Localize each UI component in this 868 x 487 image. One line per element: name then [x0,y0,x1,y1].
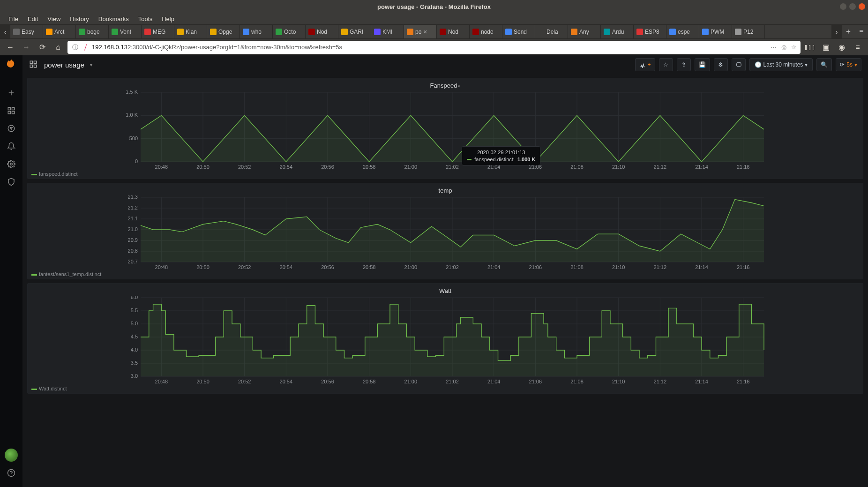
more-icon[interactable]: ⋯ [771,44,777,51]
firefox-menubar: FileEditViewHistoryBookmarksToolsHelp [0,13,868,24]
browser-tab[interactable]: espe [666,25,699,38]
window-maximize-button[interactable] [849,3,856,10]
favicon [13,29,20,35]
browser-tab[interactable]: Nod [306,25,338,38]
home-button[interactable]: ⌂ [52,41,65,54]
browser-tab[interactable]: Ardu [601,25,634,38]
browser-tab[interactable]: Send [502,25,535,38]
favicon [604,29,610,35]
tab-label: Easy [22,29,34,35]
overflow-menu-icon[interactable]: ≡ [851,41,864,54]
browser-tabstrip: ‹ EasyArctbogeVentMEGKlanOpgewhoOctoNodG… [0,24,868,38]
favicon [79,29,85,35]
browser-tab[interactable]: ESP8 [634,25,666,38]
favicon [112,29,118,35]
menu-bookmarks[interactable]: Bookmarks [94,14,134,24]
account-icon[interactable]: ◉ [835,41,848,54]
browser-tab[interactable]: P12 [732,25,765,38]
favicon [407,29,413,35]
tab-label: Nod [448,29,458,35]
tab-label: PWM [711,29,724,35]
browser-tab[interactable]: Vent [109,25,142,38]
menu-help[interactable]: Help [157,14,179,24]
browser-tab[interactable]: who [240,25,273,38]
tab-label: Opge [218,29,232,35]
tab-close-icon[interactable]: × [423,28,427,36]
browser-tab[interactable]: GARI [338,25,371,38]
browser-tab[interactable]: Arct [43,25,76,38]
tab-scroll-left-button[interactable]: ‹ [0,25,10,38]
new-tab-button[interactable]: ＋ [842,25,855,38]
browser-tab[interactable]: node [470,25,502,38]
favicon [308,29,315,35]
browser-tab[interactable]: po× [404,25,437,38]
tab-label: boge [87,29,100,35]
window-title: power usage - Grafana - Mozilla Firefox [377,3,491,10]
tab-label: Ardu [612,29,624,35]
favicon [210,29,217,35]
browser-tab[interactable]: Dela [535,25,568,38]
menu-file[interactable]: File [4,14,23,24]
favicon [177,29,184,35]
tab-label: Octo [284,29,296,35]
window-minimize-button[interactable] [840,3,846,10]
tab-label: Send [514,29,527,35]
favicon [276,29,282,35]
favicon [440,29,446,35]
address-bar[interactable]: ⓘ ⧸ 192.168.0.132:3000/d/-C-jiQkRz/power… [67,41,801,54]
favicon [538,29,545,35]
browser-tab[interactable]: Easy [10,25,43,38]
tab-scroll-right-button[interactable]: › [831,25,842,38]
browser-tab[interactable]: Octo [273,25,306,38]
browser-tab[interactable]: MEG [142,25,174,38]
tab-label: po [415,29,421,35]
favicon [735,29,741,35]
tab-label: Klan [186,29,197,35]
tab-label: Dela [546,29,558,35]
url-text: 192.168.0.132:3000/d/-C-jiQkRz/power-usa… [92,44,768,51]
tab-label: node [481,29,494,35]
browser-tab[interactable]: Opge [207,25,240,38]
tab-label: espe [678,29,690,35]
tab-label: Vent [120,29,131,35]
browser-tab[interactable]: Any [568,25,601,38]
firefox-menu-button[interactable]: ≡ [855,25,868,38]
favicon [341,29,348,35]
insecure-icon: ⧸ [82,44,89,51]
tab-label: ESP8 [645,29,659,35]
menu-history[interactable]: History [65,14,93,24]
favicon [144,29,151,35]
menu-tools[interactable]: Tools [134,14,157,24]
info-icon[interactable]: ⓘ [71,44,79,51]
tab-label: Any [579,29,589,35]
browser-navbar: ← → ⟳ ⌂ ⓘ ⧸ 192.168.0.132:3000/d/-C-jiQk… [0,38,868,55]
favicon [243,29,249,35]
window-titlebar: power usage - Grafana - Mozilla Firefox [0,0,868,13]
tab-label: KMI [382,29,392,35]
favicon [571,29,577,35]
sidebar-icon[interactable]: ▣ [819,41,832,54]
menu-view[interactable]: View [43,14,65,24]
reader-icon[interactable]: ◎ [781,44,786,51]
favicon [505,29,512,35]
favicon [46,29,52,35]
bookmark-star-icon[interactable]: ☆ [791,44,797,51]
favicon [669,29,676,35]
tab-label: P12 [743,29,753,35]
browser-tab[interactable]: Nod [437,25,470,38]
browser-tab[interactable]: KMI [371,25,404,38]
tab-label: MEG [153,29,165,35]
favicon [702,29,709,35]
browser-tab[interactable]: Klan [174,25,207,38]
browser-tab[interactable]: boge [76,25,109,38]
menu-edit[interactable]: Edit [23,14,43,24]
favicon [636,29,643,35]
tab-label: GARI [350,29,363,35]
back-button[interactable]: ← [4,41,17,54]
forward-button[interactable]: → [20,41,33,54]
tab-label: Nod [317,29,327,35]
library-icon[interactable]: ⫿⫿⫿ [803,41,816,54]
browser-tab[interactable]: PWM [699,25,732,38]
window-close-button[interactable] [859,3,865,10]
reload-button[interactable]: ⟳ [36,41,49,54]
